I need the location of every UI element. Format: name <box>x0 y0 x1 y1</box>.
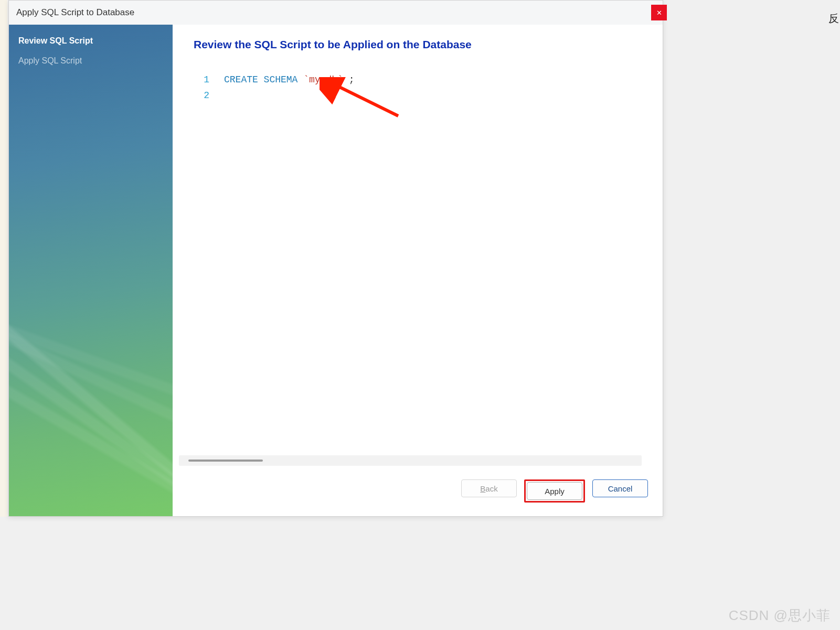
code-line: 1 CREATE SCHEMA `my_db` ; <box>194 72 642 88</box>
code-content: CREATE SCHEMA `my_db` ; <box>224 72 354 88</box>
apply-button-label: Apply <box>545 487 565 496</box>
line-number: 1 <box>194 72 224 88</box>
sidebar-step-review[interactable]: Review SQL Script <box>9 31 173 51</box>
horizontal-scrollbar[interactable] <box>179 455 642 466</box>
watermark-text: CSDN @思小菲 <box>729 606 831 625</box>
sidebar-step-apply[interactable]: Apply SQL Script <box>9 51 173 71</box>
cancel-button[interactable]: Cancel <box>592 479 648 497</box>
back-button: Back <box>461 479 517 497</box>
window-title: Apply SQL Script to Database <box>16 7 134 18</box>
wizard-sidebar: Review SQL Script Apply SQL Script <box>9 25 173 516</box>
page-heading: Review the SQL Script to be Applied on t… <box>173 38 663 65</box>
line-number: 2 <box>194 88 224 103</box>
main-panel: Review the SQL Script to be Applied on t… <box>173 25 663 516</box>
sidebar-item-label: Review SQL Script <box>18 36 93 45</box>
background-strip <box>0 0 7 517</box>
code-line: 2 <box>194 88 642 103</box>
scrollbar-thumb[interactable] <box>188 460 263 462</box>
close-icon: ✕ <box>656 9 662 17</box>
dialog-window: Apply SQL Script to Database ✕ Review SQ… <box>8 0 663 517</box>
side-glyph: 反 <box>828 12 839 26</box>
apply-button[interactable]: Apply <box>527 482 582 500</box>
titlebar: Apply SQL Script to Database ✕ <box>9 1 663 25</box>
apply-highlight: Apply <box>524 479 585 503</box>
dialog-body: Review SQL Script Apply SQL Script Revie… <box>9 25 663 516</box>
back-button-label: Back <box>480 484 497 493</box>
sidebar-item-label: Apply SQL Script <box>18 56 82 65</box>
cancel-button-label: Cancel <box>608 484 633 493</box>
close-button[interactable]: ✕ <box>651 5 667 20</box>
sql-editor[interactable]: 1 CREATE SCHEMA `my_db` ; 2 <box>173 65 663 455</box>
button-row: Back Apply Cancel <box>173 472 663 506</box>
